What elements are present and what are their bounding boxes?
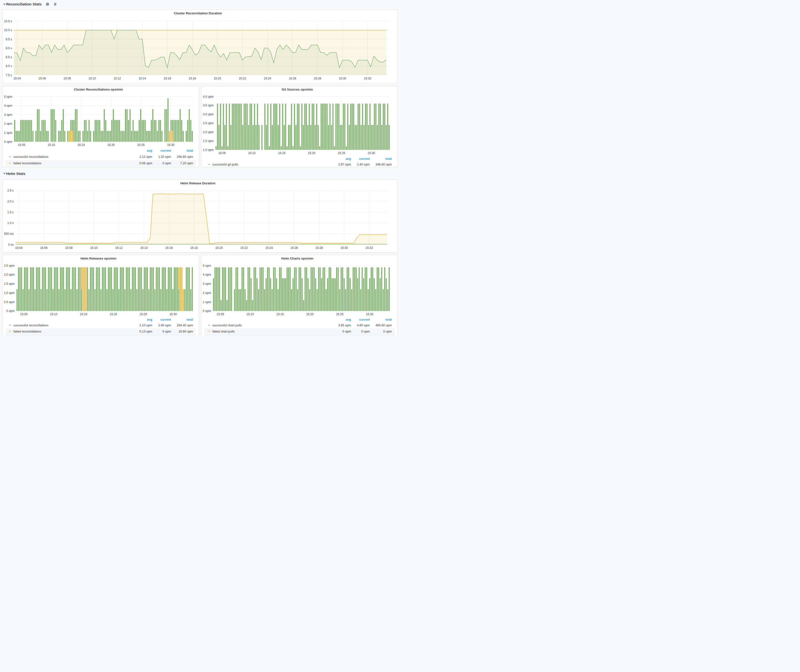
svg-text:total: total xyxy=(187,149,193,152)
svg-text:1.5 opm: 1.5 opm xyxy=(4,282,14,286)
svg-text:15:05: 15:05 xyxy=(218,151,226,155)
svg-text:15:30: 15:30 xyxy=(341,246,348,250)
svg-text:15:15: 15:15 xyxy=(77,143,85,147)
svg-text:Git Sources ops/min: Git Sources ops/min xyxy=(282,87,313,91)
svg-text:Cluster Reconciliations ops/mi: Cluster Reconciliations ops/min xyxy=(74,87,123,91)
svg-text:Cluster Reconciliation Duratio: Cluster Reconciliation Duration xyxy=(174,11,222,15)
svg-text:465.60 opm: 465.60 opm xyxy=(375,324,392,327)
svg-text:2.0 opm: 2.0 opm xyxy=(4,273,14,276)
svg-text:1.0 s: 1.0 s xyxy=(7,221,14,225)
svg-text:4 opm: 4 opm xyxy=(203,273,211,276)
svg-text:15:26: 15:26 xyxy=(290,246,298,250)
svg-text:2.5 s: 2.5 s xyxy=(7,189,14,192)
svg-text:3.85 opm: 3.85 opm xyxy=(338,324,351,327)
svg-text:10.5 s: 10.5 s xyxy=(4,19,12,23)
svg-text:15:10: 15:10 xyxy=(248,151,256,155)
svg-text:failed reconciliations: failed reconciliations xyxy=(13,161,41,165)
svg-text:15:12: 15:12 xyxy=(115,246,122,250)
svg-text:15:06: 15:06 xyxy=(40,246,48,250)
svg-text:0 opm: 0 opm xyxy=(383,330,392,333)
svg-text:current: current xyxy=(359,318,370,322)
svg-text:avg: avg xyxy=(346,318,351,322)
svg-text:3 opm: 3 opm xyxy=(4,113,12,116)
svg-text:failed reconciliations: failed reconciliations xyxy=(13,330,41,333)
svg-text:15:30: 15:30 xyxy=(167,143,174,147)
svg-text:15:04: 15:04 xyxy=(15,246,22,250)
svg-text:15:16: 15:16 xyxy=(165,246,173,250)
svg-text:1.0 opm: 1.0 opm xyxy=(4,291,14,295)
svg-text:15:32: 15:32 xyxy=(364,77,371,80)
svg-text:avg: avg xyxy=(147,318,152,322)
svg-text:15:20: 15:20 xyxy=(213,77,221,80)
svg-text:15:24: 15:24 xyxy=(264,77,271,80)
svg-text:Helm Charts ops/min: Helm Charts ops/min xyxy=(281,257,313,260)
svg-text:successful reconciliations: successful reconciliations xyxy=(13,155,48,158)
svg-text:15:25: 15:25 xyxy=(336,312,343,316)
svg-text:15:30: 15:30 xyxy=(366,312,373,316)
svg-text:2.5 opm: 2.5 opm xyxy=(4,264,14,267)
svg-text:current: current xyxy=(359,157,370,160)
svg-text:3 opm: 3 opm xyxy=(203,282,211,286)
svg-text:successful git pulls: successful git pulls xyxy=(212,163,238,166)
svg-text:15:04: 15:04 xyxy=(13,77,21,80)
svg-text:0.13 opm: 0.13 opm xyxy=(139,330,152,333)
svg-text:3.0 opm: 3.0 opm xyxy=(203,113,213,116)
svg-text:15:10: 15:10 xyxy=(48,143,55,147)
svg-text:1.5 s: 1.5 s xyxy=(7,211,14,214)
svg-text:15:05: 15:05 xyxy=(18,143,25,147)
svg-text:2.5 opm: 2.5 opm xyxy=(203,122,213,125)
svg-text:15:32: 15:32 xyxy=(365,246,373,250)
svg-text:successful chart pulls: successful chart pulls xyxy=(212,324,242,327)
svg-text:9.0 s: 9.0 s xyxy=(5,46,12,50)
svg-text:15:16: 15:16 xyxy=(163,77,171,80)
svg-text:15:14: 15:14 xyxy=(139,77,146,80)
svg-text:15:14: 15:14 xyxy=(140,246,147,250)
svg-text:5 opm: 5 opm xyxy=(203,264,211,267)
svg-text:15:22: 15:22 xyxy=(238,77,246,80)
svg-text:1.20 opm: 1.20 opm xyxy=(158,155,171,158)
svg-text:15:08: 15:08 xyxy=(63,77,71,80)
svg-text:15:15: 15:15 xyxy=(276,312,283,316)
svg-text:15:25: 15:25 xyxy=(137,143,144,147)
svg-text:2 opm: 2 opm xyxy=(203,291,211,295)
svg-text:0 opm: 0 opm xyxy=(4,140,12,144)
svg-text:15:26: 15:26 xyxy=(289,77,296,80)
svg-text:3.5 opm: 3.5 opm xyxy=(203,104,213,107)
svg-text:2.0 opm: 2.0 opm xyxy=(203,130,213,134)
svg-text:15:05: 15:05 xyxy=(216,312,224,316)
svg-text:0.06 opm: 0.06 opm xyxy=(139,161,152,165)
svg-text:1 opm: 1 opm xyxy=(203,300,211,304)
svg-text:1 opm: 1 opm xyxy=(4,131,12,134)
svg-text:9.5 s: 9.5 s xyxy=(5,38,12,41)
svg-text:10.0 s: 10.0 s xyxy=(4,29,12,32)
svg-text:7.20 opm: 7.20 opm xyxy=(180,161,193,165)
svg-text:0 opm: 0 opm xyxy=(361,330,370,333)
svg-text:2.12 opm: 2.12 opm xyxy=(139,155,152,158)
svg-text:15:25: 15:25 xyxy=(338,151,345,155)
svg-text:15:28: 15:28 xyxy=(314,77,321,80)
svg-text:total: total xyxy=(385,157,392,160)
svg-text:15:12: 15:12 xyxy=(113,77,121,80)
svg-text:254.40 opm: 254.40 opm xyxy=(177,324,193,327)
svg-text:15:20: 15:20 xyxy=(107,143,115,147)
svg-text:2.40 opm: 2.40 opm xyxy=(158,324,171,327)
svg-text:500 ms: 500 ms xyxy=(4,232,14,235)
svg-text:1.0 opm: 1.0 opm xyxy=(203,148,213,152)
svg-text:0 opm: 0 opm xyxy=(203,309,211,313)
svg-text:0 ns: 0 ns xyxy=(8,243,14,246)
svg-text:15:28: 15:28 xyxy=(315,246,323,250)
svg-text:0 opm: 0 opm xyxy=(162,330,171,333)
svg-text:4.0 opm: 4.0 opm xyxy=(203,95,213,98)
svg-text:avg: avg xyxy=(346,157,351,160)
svg-text:15:10: 15:10 xyxy=(90,246,98,250)
svg-text:15.60 opm: 15.60 opm xyxy=(178,330,193,333)
svg-text:15:24: 15:24 xyxy=(265,246,273,250)
svg-text:total: total xyxy=(385,318,392,322)
svg-text:2.10 opm: 2.10 opm xyxy=(139,324,152,327)
svg-text:346.80 opm: 346.80 opm xyxy=(375,163,392,166)
svg-text:15:22: 15:22 xyxy=(240,246,248,250)
svg-text:1.5 opm: 1.5 opm xyxy=(203,139,213,143)
svg-text:2.40 opm: 2.40 opm xyxy=(357,163,370,166)
svg-text:15:08: 15:08 xyxy=(65,246,72,250)
svg-text:15:25: 15:25 xyxy=(139,312,147,316)
